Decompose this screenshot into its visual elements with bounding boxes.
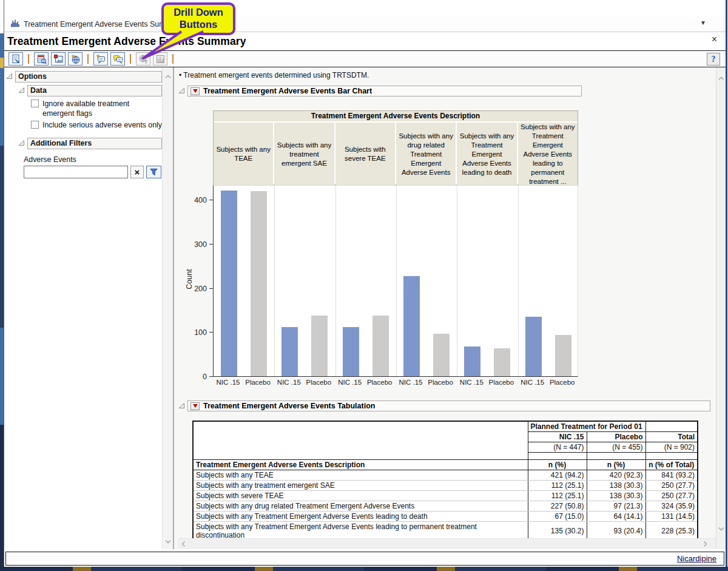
scroll-right-icon[interactable] [703,539,707,550]
bar-nic15[interactable] [221,191,237,376]
open-report-icon[interactable] [8,52,23,66]
panel-divider [396,186,397,376]
x-tick-label: Placebo [489,379,514,386]
y-tick-label: 300 [186,240,207,249]
scroll-left-icon[interactable] [181,539,186,550]
additional-filters-header: Additional Filters [18,138,162,149]
app-window: Treatment Emergent Adverse Events Summa … [4,0,727,567]
bullet-icon: • [179,71,181,79]
x-tick-label: NIC .15 [399,379,423,386]
table-cell: 112 (25.1) [528,481,587,491]
image-report-icon[interactable] [51,52,66,66]
scroll-up-icon[interactable] [718,72,724,83]
horizontal-scrollbar[interactable] [178,538,716,549]
bar-nic15[interactable] [403,276,420,376]
chart-panel-header: Subjects with any treatment emergent SAE [274,123,334,186]
table-cell: 250 (27.7) [645,481,698,491]
tab-label[interactable]: Treatment Emergent Adverse Events Summa [24,20,176,29]
collapse-triangle-icon[interactable] [178,86,186,97]
table-cell: n (%) [528,460,587,470]
chart-plot-wrap: Count 0100200300400 [213,185,578,377]
collapse-triangle-icon[interactable] [178,401,186,412]
red-dropdown-icon[interactable] [190,87,200,95]
serious-only-checkbox[interactable] [31,121,39,129]
window-top-margin [4,0,726,17]
panel-divider [335,186,336,376]
table-cell: Subjects with any TEAE [193,470,528,481]
chart-panel-header: Subjects with any TEAE [214,123,273,186]
bar-nic15[interactable] [343,327,359,376]
collapse-triangle-icon[interactable] [18,139,25,149]
bar-placebo[interactable] [433,334,450,376]
bar-placebo[interactable] [555,335,571,376]
y-tick-mark [209,244,213,245]
table-cell: 841 (93.2) [645,470,698,481]
scroll-up-icon[interactable] [164,70,171,81]
checkbox-row: Include serious adverse events only [31,120,162,130]
bar-nic15[interactable] [281,327,298,376]
table-cell [528,453,587,460]
y-tick-label: 100 [186,328,207,337]
table-cell [645,421,698,432]
table-cell: Subjects with any Treatment Emergent Adv… [193,512,528,522]
ignore-flags-checkbox[interactable] [31,100,39,107]
red-dropdown-icon[interactable] [190,402,200,410]
table-cell: 227 (50.8) [528,501,587,512]
table-cell: Subjects with any treatment emergent SAE [193,481,528,491]
table-cell: 131 (14.5) [645,512,698,522]
chart-panel-header: Subjects with any drug related Treatment… [396,123,456,186]
bar-placebo[interactable] [494,348,510,376]
table-cell: NIC .15 [528,432,587,442]
options-sidebar: Options Data Ignore available treatment … [4,67,162,549]
table-cell: (N = 902) [645,442,698,453]
chart-panel-header: Subjects with severe TEAE [335,123,395,186]
additional-filters-label: Additional Filters [27,138,162,149]
options-section-header: Options [5,71,162,83]
table-cell: n (% of Total) [645,460,698,470]
scroll-down-icon[interactable] [718,522,724,533]
tabulation-table: Planned Treatment for Period 01NIC .15Pl… [192,421,698,541]
table-cell [645,453,698,460]
table-cell: Total [645,432,698,442]
data-table-icon[interactable] [34,52,49,66]
close-icon[interactable]: × [712,35,717,44]
sidebar-scrollbar[interactable] [162,67,173,549]
tab-overflow-icon[interactable]: ▼ [700,19,706,26]
web-report-icon[interactable] [68,52,83,66]
chart-header-grid: Treatment Emergent Adverse Events Descri… [213,110,578,185]
clear-filter-button[interactable]: × [130,166,144,178]
y-tick-mark [209,332,213,333]
y-tick-label: 0 [186,372,207,382]
collapse-triangle-icon[interactable] [18,86,25,96]
y-tick-mark [209,288,213,289]
study-link[interactable]: Nicardipine [677,554,716,563]
bar-placebo[interactable] [372,316,389,376]
checkbox-label: Include serious adverse events only [42,120,162,130]
adverse-events-input[interactable] [24,166,128,178]
bar-placebo[interactable] [251,191,267,376]
data-header-label: Data [27,85,162,96]
title-bar: Treatment Emergent Adverse Events Summar… [4,32,726,50]
status-bar: Nicardipine [5,552,724,566]
table-cell: 67 (15.0) [528,512,587,522]
collapse-triangle-icon[interactable] [5,72,13,82]
table-cell: 421 (94.2) [528,470,587,481]
table-cell [587,453,645,460]
help-button[interactable]: ? [707,53,720,66]
bar-nic15[interactable] [525,317,542,376]
table-row: Subjects with any drug related Treatment… [193,501,698,512]
bar-nic15[interactable] [464,346,480,376]
filter-funnel-button[interactable] [146,166,161,178]
adverse-events-filter-row: × [24,166,162,178]
chart-plot-area [213,185,578,377]
annotate-icon[interactable] [93,52,108,66]
options-header-label: Options [15,71,162,83]
main-vertical-scrollbar[interactable] [716,67,726,549]
y-tick-mark [209,200,213,200]
bar-placebo[interactable] [311,316,328,376]
tabulation-section-box: Treatment Emergent Adverse Events Tabula… [187,400,710,411]
notes-icon[interactable] [110,52,125,66]
bar-chart-section-box: Treatment Emergent Adverse Events Bar Ch… [187,86,582,96]
table-row: Subjects with any TEAE421 (94.2)420 (92.… [193,470,698,481]
scroll-down-icon[interactable] [164,535,171,546]
